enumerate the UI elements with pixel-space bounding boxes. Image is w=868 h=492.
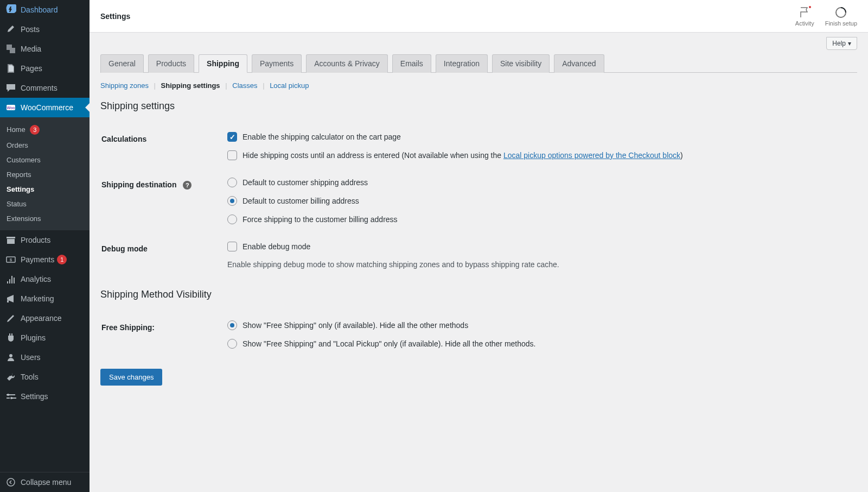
collapse-icon [5,477,16,488]
debug-description: Enable shipping debug mode to show match… [227,260,851,269]
badge: 3 [30,125,40,135]
sidebar-item-dashboard[interactable]: Dashboard [0,0,90,20]
dest-billing-radio[interactable] [227,196,237,206]
subtab-classes[interactable]: Classes [232,81,257,90]
separator: | [154,81,156,90]
badge: 1 [57,255,67,264]
sidebar-item-analytics[interactable]: Analytics [0,269,90,289]
admin-sidebar: Dashboard Posts Media Pages Comments Woo… [0,0,90,492]
calculations-label: Calculations [101,124,221,168]
help-button[interactable]: Help ▾ [826,37,857,50]
debug-text: Enable debug mode [242,242,310,251]
submenu-home[interactable]: Home 3 [0,122,90,138]
submenu-label: Extensions [7,215,41,223]
sidebar-item-products[interactable]: Products [0,230,90,250]
tab-general[interactable]: General [100,54,144,73]
sidebar-label: Payments [21,255,54,264]
submenu-settings[interactable]: Settings [0,182,90,197]
chevron-down-icon: ▾ [848,40,851,47]
debug-label: Debug mode [101,234,221,277]
dest-force-radio[interactable] [227,215,237,224]
save-button[interactable]: Save changes [100,369,162,386]
subtab-shipping-zones[interactable]: Shipping zones [100,81,149,90]
sidebar-label: Tools [21,373,39,381]
collapse-menu[interactable]: Collapse menu [0,472,90,492]
sidebar-item-marketing[interactable]: Marketing [0,289,90,308]
dest-shipping-radio[interactable] [227,178,237,187]
destination-label: Shipping destination ? [101,169,221,232]
debug-checkbox[interactable] [227,242,237,251]
help-tooltip-icon[interactable]: ? [183,181,192,190]
sidebar-item-tools[interactable]: Tools [0,367,90,387]
tab-payments[interactable]: Payments [252,54,302,73]
tab-site-visibility[interactable]: Site visibility [492,54,550,73]
enable-calculator-text: Enable the shipping calculator on the ca… [242,133,401,141]
activity-button[interactable]: Activity [795,6,814,27]
tab-products[interactable]: Products [148,54,194,73]
hide-costs-text: Hide shipping costs until an address is … [242,151,683,160]
submenu-orders[interactable]: Orders [0,138,90,153]
local-pickup-link[interactable]: Local pickup options powered by the Chec… [503,151,680,160]
sidebar-label: Comments [21,84,58,92]
pin-icon [5,24,16,35]
sidebar-label: Pages [21,64,42,73]
woo-icon: Woo [5,102,16,113]
freeshipping-label: Free Shipping: [101,312,221,357]
sidebar-label: Posts [21,25,40,34]
help-label: Help [832,40,846,47]
subtab-local-pickup[interactable]: Local pickup [270,81,309,90]
collapse-label: Collapse menu [21,478,71,487]
submenu-status[interactable]: Status [0,197,90,211]
tab-advanced[interactable]: Advanced [554,54,604,73]
notification-dot [808,5,812,9]
comments-icon [5,83,16,93]
activity-label: Activity [795,20,814,27]
submenu-reports[interactable]: Reports [0,167,90,182]
sidebar-label: Plugins [21,333,46,342]
sidebar-item-media[interactable]: Media [0,39,90,59]
sidebar-label: Analytics [21,275,51,283]
tab-shipping[interactable]: Shipping [199,54,247,73]
sidebar-label: Media [21,45,41,53]
media-icon [5,43,16,54]
sidebar-item-pages[interactable]: Pages [0,59,90,78]
sidebar-label: Dashboard [21,5,58,14]
sidebar-item-payments[interactable]: $ Payments 1 [0,250,90,269]
submenu-label: Orders [7,141,28,149]
submenu-label: Settings [7,185,34,193]
finish-setup-button[interactable]: Finish setup [825,6,857,27]
svg-text:Woo: Woo [7,106,15,110]
submenu-label: Status [7,200,27,208]
freeship-local-radio[interactable] [227,339,237,349]
separator: | [225,81,227,90]
separator: | [263,81,264,90]
submenu-customers[interactable]: Customers [0,153,90,167]
tools-icon [5,371,16,382]
hide-costs-checkbox[interactable] [227,150,237,160]
sidebar-label: Marketing [21,294,54,303]
enable-calculator-checkbox[interactable] [227,132,237,142]
submenu-extensions[interactable]: Extensions [0,211,90,226]
freeship-only-radio[interactable] [227,320,237,330]
svg-point-4 [9,354,12,357]
progress-icon [834,6,847,19]
sidebar-item-plugins[interactable]: Plugins [0,328,90,348]
tab-accounts-privacy[interactable]: Accounts & Privacy [306,54,388,73]
tab-emails[interactable]: Emails [392,54,431,73]
freeship-only-text: Show "Free Shipping" only (if available)… [242,321,468,330]
sidebar-item-comments[interactable]: Comments [0,78,90,98]
submenu-label: Customers [7,156,41,164]
content-area: Settings Activity Finish setup Help ▾ Ge… [90,0,868,492]
sidebar-item-appearance[interactable]: Appearance [0,308,90,328]
tab-integration[interactable]: Integration [436,54,488,73]
submenu-label: Home [7,125,25,134]
subtab-shipping-settings[interactable]: Shipping settings [161,81,220,90]
analytics-icon [5,274,16,285]
svg-point-6 [10,397,12,399]
sidebar-item-posts[interactable]: Posts [0,20,90,39]
sidebar-item-users[interactable]: Users [0,348,90,367]
svg-point-7 [7,478,15,486]
shipping-subtabs: Shipping zones | Shipping settings | Cla… [100,81,857,90]
sidebar-item-settings[interactable]: Settings [0,387,90,406]
sidebar-item-woocommerce[interactable]: Woo WooCommerce [0,98,90,117]
